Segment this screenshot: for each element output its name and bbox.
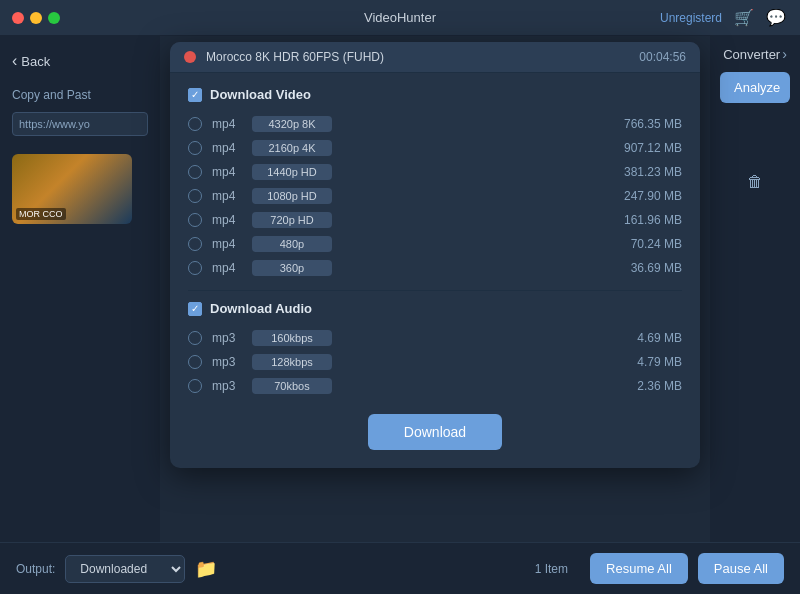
radio-360p[interactable]: [188, 261, 202, 275]
size-1440p: 381.23 MB: [602, 165, 682, 179]
radio-480p[interactable]: [188, 237, 202, 251]
video-format-mp4-4320p[interactable]: mp4 4320p 8K 766.35 MB: [188, 112, 682, 136]
app-title: VideoHunter: [364, 10, 436, 25]
audio-format-mp3-128[interactable]: mp3 128kbps 4.79 MB: [188, 350, 682, 374]
modal-dot: [184, 51, 196, 63]
video-format-mp4-480p[interactable]: mp4 480p 70.24 MB: [188, 232, 682, 256]
thumbnail: MOR CCO: [12, 154, 132, 224]
radio-160kbps[interactable]: [188, 331, 202, 345]
title-bar: VideoHunter Unregisterd 🛒 💬: [0, 0, 800, 36]
radio-128kbps[interactable]: [188, 355, 202, 369]
video-section-checkbox[interactable]: ✓: [188, 88, 202, 102]
modal-body: ✓ Download Video mp4 4320p 8K 766.35 MB …: [170, 73, 700, 468]
quality-720p: 720p HD: [252, 212, 332, 228]
delete-icon[interactable]: 🗑: [747, 173, 763, 191]
pause-all-button[interactable]: Pause All: [698, 553, 784, 584]
format-type-1080p: mp4: [212, 189, 252, 203]
converter-label: Converter: [723, 47, 780, 62]
size-160kbps: 4.69 MB: [602, 331, 682, 345]
resume-all-button[interactable]: Resume All: [590, 553, 688, 584]
title-bar-actions: Unregisterd 🛒 💬: [660, 8, 786, 27]
format-type-2160p: mp4: [212, 141, 252, 155]
size-4320p: 766.35 MB: [602, 117, 682, 131]
output-select[interactable]: Downloaded: [65, 555, 185, 583]
converter-button[interactable]: Converter ›: [723, 46, 787, 62]
quality-160kbps: 160kbps: [252, 330, 332, 346]
quality-480p: 480p: [252, 236, 332, 252]
quality-4320p: 4320p 8K: [252, 116, 332, 132]
format-type-480p: mp4: [212, 237, 252, 251]
audio-format-mp3-70[interactable]: mp3 70kbos 2.36 MB: [188, 374, 682, 398]
cart-icon[interactable]: 🛒: [734, 8, 754, 27]
folder-icon[interactable]: 📁: [195, 558, 217, 580]
video-format-mp4-720p[interactable]: mp4 720p HD 161.96 MB: [188, 208, 682, 232]
size-360p: 36.69 MB: [602, 261, 682, 275]
format-type-audio-160: mp3: [212, 331, 252, 345]
sidebar: ‹ Back Copy and Past MOR CCO: [0, 36, 160, 542]
output-label: Output:: [16, 562, 55, 576]
modal-header: Morocco 8K HDR 60FPS (FUHD) 00:04:56: [170, 42, 700, 73]
size-480p: 70.24 MB: [602, 237, 682, 251]
fullscreen-button[interactable]: [48, 12, 60, 24]
audio-section-title: Download Audio: [210, 301, 312, 316]
quality-70kbos: 70kbos: [252, 378, 332, 394]
audio-section-header: ✓ Download Audio: [188, 301, 682, 316]
video-format-mp4-1080p[interactable]: mp4 1080p HD 247.90 MB: [188, 184, 682, 208]
audio-section-checkbox[interactable]: ✓: [188, 302, 202, 316]
format-type-audio-128: mp3: [212, 355, 252, 369]
thumbnail-label: MOR CCO: [16, 208, 66, 220]
back-button[interactable]: ‹ Back: [12, 48, 148, 74]
radio-70kbos[interactable]: [188, 379, 202, 393]
size-2160p: 907.12 MB: [602, 141, 682, 155]
radio-720p[interactable]: [188, 213, 202, 227]
chevron-right-icon: ›: [782, 46, 787, 62]
modal-duration: 00:04:56: [639, 50, 686, 64]
size-1080p: 247.90 MB: [602, 189, 682, 203]
video-format-mp4-1440p[interactable]: mp4 1440p HD 381.23 MB: [188, 160, 682, 184]
video-format-mp4-360p[interactable]: mp4 360p 36.69 MB: [188, 256, 682, 280]
quality-2160p: 2160p 4K: [252, 140, 332, 156]
size-128kbps: 4.79 MB: [602, 355, 682, 369]
video-format-mp4-2160p[interactable]: mp4 2160p 4K 907.12 MB: [188, 136, 682, 160]
size-70kbos: 2.36 MB: [602, 379, 682, 393]
back-arrow-icon: ‹: [12, 52, 17, 70]
url-input[interactable]: [12, 112, 148, 136]
video-section-header: ✓ Download Video: [188, 87, 682, 102]
download-button[interactable]: Download: [368, 414, 502, 450]
radio-2160p[interactable]: [188, 141, 202, 155]
modal: Morocco 8K HDR 60FPS (FUHD) 00:04:56 ✓ D…: [170, 42, 700, 468]
analyze-button[interactable]: Analyze: [720, 72, 790, 103]
format-type-audio-70: mp3: [212, 379, 252, 393]
chat-icon[interactable]: 💬: [766, 8, 786, 27]
video-section-title: Download Video: [210, 87, 311, 102]
radio-1080p[interactable]: [188, 189, 202, 203]
audio-format-mp3-160[interactable]: mp3 160kbps 4.69 MB: [188, 326, 682, 350]
content-area: Morocco 8K HDR 60FPS (FUHD) 00:04:56 ✓ D…: [160, 36, 710, 542]
bottom-bar: Output: Downloaded 📁 1 Item Resume All P…: [0, 542, 800, 594]
size-720p: 161.96 MB: [602, 213, 682, 227]
radio-4320p[interactable]: [188, 117, 202, 131]
quality-128kbps: 128kbps: [252, 354, 332, 370]
format-type-1440p: mp4: [212, 165, 252, 179]
modal-title: Morocco 8K HDR 60FPS (FUHD): [206, 50, 639, 64]
back-label: Back: [21, 54, 50, 69]
right-sidebar: Converter › Analyze 🗑: [710, 36, 800, 542]
item-count: 1 Item: [535, 562, 568, 576]
quality-360p: 360p: [252, 260, 332, 276]
format-type-720p: mp4: [212, 213, 252, 227]
quality-1440p: 1440p HD: [252, 164, 332, 180]
minimize-button[interactable]: [30, 12, 42, 24]
format-type-360p: mp4: [212, 261, 252, 275]
quality-1080p: 1080p HD: [252, 188, 332, 204]
unregistered-link[interactable]: Unregisterd: [660, 11, 722, 25]
traffic-lights: [12, 12, 60, 24]
copy-paste-label: Copy and Past: [12, 88, 148, 102]
divider: [188, 290, 682, 291]
main-layout: ‹ Back Copy and Past MOR CCO Morocco 8K …: [0, 36, 800, 542]
radio-1440p[interactable]: [188, 165, 202, 179]
check-icon: ✓: [191, 89, 199, 100]
audio-check-icon: ✓: [191, 303, 199, 314]
format-type-4320p: mp4: [212, 117, 252, 131]
close-button[interactable]: [12, 12, 24, 24]
